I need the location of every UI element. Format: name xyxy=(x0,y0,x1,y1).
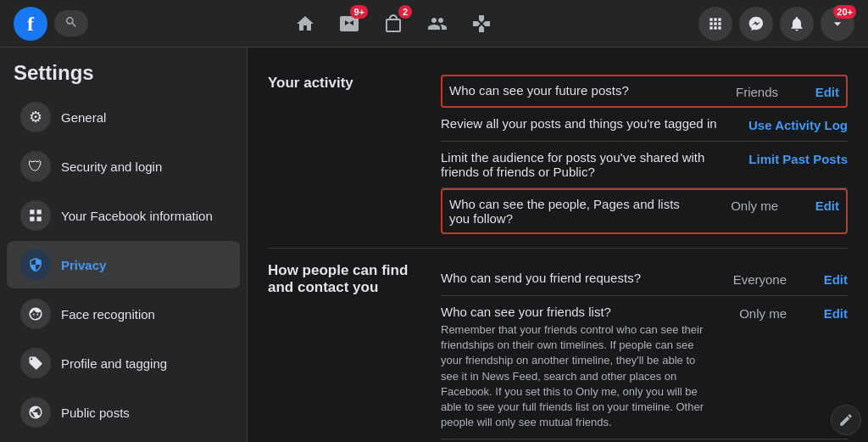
sidebar-title: Settings xyxy=(0,48,247,92)
people-follow-row: Who can see the people, Pages and lists … xyxy=(441,188,848,234)
sidebar-item-public-posts[interactable]: Public posts xyxy=(7,389,240,436)
marketplace-nav-button[interactable]: 2 xyxy=(373,3,414,44)
activity-log-row: Review all your posts and things you're … xyxy=(441,108,848,142)
people-follow-label: Who can see the people, Pages and lists … xyxy=(449,197,700,226)
limit-past-row: Limit the audience for posts you've shar… xyxy=(441,142,848,188)
facebook-logo[interactable]: f xyxy=(14,7,47,41)
search-box[interactable] xyxy=(54,10,88,36)
nav-right: 20+ xyxy=(698,7,854,41)
friend-requests-text: Who can send you friend requests? xyxy=(441,271,709,285)
sidebar-label-general: General xyxy=(61,110,106,125)
fb-info-icon xyxy=(20,200,51,231)
sidebar-item-fb-info[interactable]: Your Facebook information xyxy=(7,192,240,239)
account-badge: 20+ xyxy=(833,5,856,19)
account-menu-button[interactable]: 20+ xyxy=(821,7,854,41)
sidebar-item-profile-tagging[interactable]: Profile and tagging xyxy=(7,339,240,387)
search-icon xyxy=(64,15,78,31)
future-posts-edit[interactable]: Edit xyxy=(788,83,839,99)
general-icon: ⚙ xyxy=(20,102,51,132)
sidebar-label-security: Security and login xyxy=(61,159,162,174)
friend-requests-edit[interactable]: Edit xyxy=(797,271,848,287)
future-posts-text: Who can see your future posts? xyxy=(449,83,700,98)
activity-log-text: Review all your posts and things you're … xyxy=(441,116,738,131)
people-follow-edit[interactable]: Edit xyxy=(788,197,839,213)
limit-past-label: Limit the audience for posts you've shar… xyxy=(441,150,738,179)
sidebar-item-general[interactable]: ⚙ General xyxy=(7,93,240,141)
activity-log-action[interactable]: Use Activity Log xyxy=(748,116,848,132)
sidebar-label-fb-info: Your Facebook information xyxy=(61,209,213,223)
sidebar-label-public-posts: Public posts xyxy=(61,406,130,420)
friends-list-label: Who can see your friends list? xyxy=(441,305,709,319)
people-follow-value: Only me xyxy=(710,197,778,213)
future-posts-row: Who can see your future posts? Friends E… xyxy=(441,75,848,108)
limit-past-text: Limit the audience for posts you've shar… xyxy=(441,150,738,179)
face-recognition-icon xyxy=(20,299,51,329)
privacy-icon xyxy=(20,249,51,280)
content-inner: Your activity Who can see your future po… xyxy=(248,48,868,442)
sidebar: Settings ⚙ General 🛡 Security and login … xyxy=(0,48,248,442)
your-activity-rows: Who can see your future posts? Friends E… xyxy=(441,75,848,234)
friend-requests-row: Who can send you friend requests? Everyo… xyxy=(441,262,848,296)
how-people-find-rows: Who can send you friend requests? Everyo… xyxy=(441,262,848,442)
how-people-find-title: How people can find and contact you xyxy=(268,262,420,296)
main-content: Your activity Who can see your future po… xyxy=(248,48,868,442)
watch-nav-button[interactable]: 9+ xyxy=(329,3,370,44)
future-posts-value: Friends xyxy=(710,83,778,99)
profile-tagging-icon xyxy=(20,348,51,378)
gaming-nav-button[interactable] xyxy=(461,3,502,44)
activity-log-label: Review all your posts and things you're … xyxy=(441,116,738,131)
sidebar-label-profile-tagging: Profile and tagging xyxy=(61,356,167,371)
home-nav-button[interactable] xyxy=(285,3,326,44)
watch-badge: 9+ xyxy=(350,5,368,19)
sidebar-item-privacy[interactable]: Privacy xyxy=(7,241,240,288)
friends-list-row: Who can see your friends list? Remember … xyxy=(441,296,848,439)
friends-list-sublabel: Remember that your friends control who c… xyxy=(441,322,709,430)
groups-nav-button[interactable] xyxy=(417,3,458,44)
how-people-find-title-col: How people can find and contact you xyxy=(268,262,420,442)
friends-list-value: Only me xyxy=(719,305,787,321)
people-follow-text: Who can see the people, Pages and lists … xyxy=(449,197,700,226)
sidebar-item-blocking[interactable]: Blocking xyxy=(7,438,240,442)
friend-requests-label: Who can send you friend requests? xyxy=(441,271,709,285)
future-posts-label: Who can see your future posts? xyxy=(449,83,700,98)
marketplace-badge: 2 xyxy=(398,5,412,19)
friends-list-text: Who can see your friends list? Remember … xyxy=(441,305,709,430)
security-icon: 🛡 xyxy=(20,151,51,182)
your-activity-section: Your activity Who can see your future po… xyxy=(268,61,848,249)
how-people-find-section: How people can find and contact you Who … xyxy=(268,249,848,442)
nav-center: 9+ 2 xyxy=(88,3,698,44)
your-activity-title-col: Your activity xyxy=(268,75,420,234)
top-navigation: f 9+ 2 xyxy=(0,0,868,48)
watermark-button[interactable] xyxy=(831,405,861,435)
notifications-button[interactable] xyxy=(780,7,814,41)
friends-list-edit[interactable]: Edit xyxy=(797,305,848,321)
friend-requests-value: Everyone xyxy=(719,271,787,287)
sidebar-item-face-recognition[interactable]: Face recognition xyxy=(7,290,240,338)
nav-left: f xyxy=(14,7,88,41)
limit-past-action[interactable]: Limit Past Posts xyxy=(748,150,848,166)
sidebar-item-security[interactable]: 🛡 Security and login xyxy=(7,143,240,190)
sidebar-label-face-recognition: Face recognition xyxy=(61,307,155,322)
public-posts-icon xyxy=(20,397,51,428)
your-activity-title: Your activity xyxy=(268,75,420,92)
fb-logo-letter: f xyxy=(27,14,34,34)
main-layout: Settings ⚙ General 🛡 Security and login … xyxy=(0,48,868,442)
messenger-button[interactable] xyxy=(739,7,773,41)
sidebar-label-privacy: Privacy xyxy=(61,258,106,272)
grid-menu-button[interactable] xyxy=(698,7,732,41)
